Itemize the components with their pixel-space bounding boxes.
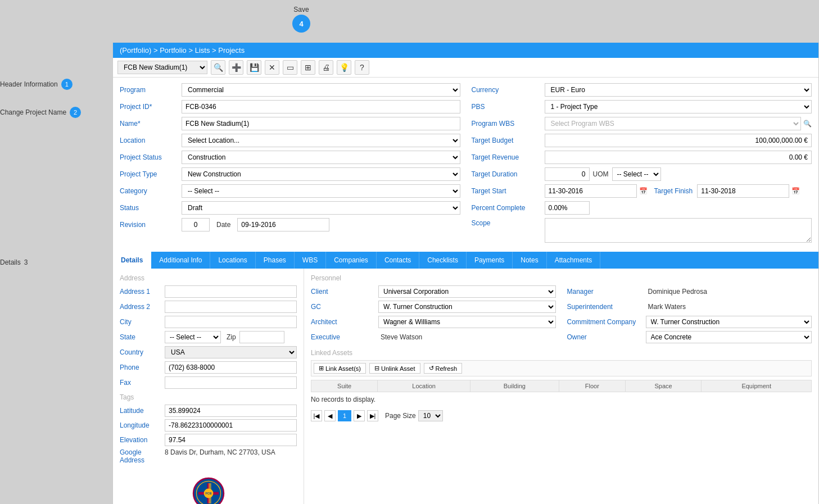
tab-checklists[interactable]: Checklists	[419, 252, 467, 269]
status-select[interactable]: Draft	[182, 201, 460, 215]
project-status-select[interactable]: Construction	[182, 151, 460, 164]
project-type-select[interactable]: New Construction	[182, 167, 460, 181]
refresh-button[interactable]: ↺ Refresh	[424, 363, 463, 374]
tab-notes[interactable]: Notes	[513, 252, 546, 269]
country-select[interactable]: USA	[165, 346, 297, 358]
city-label: City	[120, 318, 165, 326]
details-badge: 3	[24, 258, 28, 266]
header-info-label: Header Information	[0, 80, 58, 88]
state-label: State	[120, 333, 165, 341]
calendar-icon-start[interactable]: 📅	[639, 187, 648, 195]
tab-additional-info[interactable]: Additional Info	[151, 252, 210, 269]
personnel-section-title: Personnel	[311, 274, 812, 282]
longitude-input[interactable]	[165, 419, 297, 432]
tags-section-title: Tags	[120, 393, 297, 401]
tab-locations[interactable]: Locations	[210, 252, 255, 269]
tabs-bar: Details Additional Info Locations Phases…	[113, 252, 818, 269]
latitude-input[interactable]	[165, 405, 297, 417]
latitude-label: Latitude	[120, 407, 165, 415]
next-page-btn[interactable]: ▶	[354, 410, 365, 421]
link-asset-button[interactable]: ⊞ Link Asset(s)	[314, 363, 366, 374]
page-size-label: Page Size	[385, 412, 416, 420]
architect-select[interactable]: Wagner & Williams	[378, 316, 556, 328]
project-select[interactable]: FCB New Stadium(1)	[117, 61, 207, 74]
unlink-asset-button[interactable]: ⊟ Unlink Asset	[369, 363, 420, 374]
first-page-btn[interactable]: |◀	[311, 410, 322, 421]
category-label: Category	[120, 187, 182, 195]
status-label: Status	[120, 204, 182, 212]
revision-input[interactable]	[182, 218, 210, 231]
address1-input[interactable]	[165, 285, 297, 298]
state-select[interactable]: -- Select --	[165, 331, 221, 343]
target-start-input[interactable]	[545, 184, 637, 198]
phone-input[interactable]	[165, 361, 297, 374]
uom-select[interactable]: -- Select --	[612, 167, 661, 181]
target-duration-input[interactable]	[545, 167, 590, 181]
percent-complete-label: Percent Complete	[472, 204, 545, 212]
page-size-select[interactable]: 10	[418, 410, 443, 421]
tab-payments[interactable]: Payments	[467, 252, 513, 269]
city-input[interactable]	[165, 316, 297, 328]
target-revenue-input[interactable]	[545, 151, 812, 164]
pbs-label: PBS	[472, 103, 545, 111]
help-icon[interactable]: ?	[355, 60, 369, 75]
no-records-message: No records to display.	[311, 392, 812, 407]
owner-select[interactable]: Ace Concrete	[646, 331, 812, 343]
gc-select[interactable]: W. Turner Construction	[378, 301, 556, 313]
copy-icon[interactable]: ⊞	[301, 60, 315, 75]
commitment-select[interactable]: W. Turner Construction	[646, 316, 812, 328]
zip-input[interactable]	[239, 331, 284, 343]
date-input[interactable]	[237, 218, 329, 231]
scope-textarea[interactable]	[545, 218, 812, 243]
refresh-icon: ↺	[429, 365, 434, 372]
pbs-select[interactable]: 1 - Project Type	[545, 100, 812, 113]
program-select[interactable]: Commercial	[182, 83, 460, 97]
category-select[interactable]: -- Select --	[182, 184, 460, 198]
program-wbs-select[interactable]: Select Program WBS	[545, 117, 802, 130]
print-icon[interactable]: 🖨	[319, 60, 333, 75]
tab-companies[interactable]: Companies	[326, 252, 377, 269]
client-label: Client	[311, 288, 378, 296]
unlink-icon: ⊟	[374, 365, 379, 372]
location-select[interactable]: Select Location...	[182, 134, 460, 147]
prev-page-btn[interactable]: ◀	[324, 410, 336, 421]
program-wbs-search-icon[interactable]: 🔍	[803, 120, 812, 128]
fax-input[interactable]	[165, 376, 297, 389]
longitude-label: Longitude	[120, 421, 165, 429]
tab-contacts[interactable]: Contacts	[377, 252, 419, 269]
address2-input[interactable]	[165, 301, 297, 313]
target-finish-input[interactable]	[697, 184, 789, 198]
superintendent-label: Superintendent	[567, 303, 646, 311]
tab-details[interactable]: Details	[113, 252, 151, 269]
client-select[interactable]: Universal Corporation	[378, 285, 556, 298]
save-button[interactable]: 4	[292, 15, 310, 33]
lightbulb-icon[interactable]: 💡	[337, 60, 351, 75]
phone-label: Phone	[120, 364, 165, 371]
elevation-input[interactable]	[165, 434, 297, 446]
view-icon[interactable]: ▭	[283, 60, 297, 75]
zip-label: Zip	[227, 333, 236, 341]
search-icon[interactable]: 🔍	[211, 60, 225, 75]
project-type-label: Project Type	[120, 170, 182, 178]
add-icon[interactable]: ➕	[229, 60, 243, 75]
target-budget-input[interactable]	[545, 134, 812, 147]
tab-phases[interactable]: Phases	[256, 252, 295, 269]
tab-attachments[interactable]: Attachments	[547, 252, 601, 269]
target-duration-label: Target Duration	[472, 170, 545, 178]
calendar-icon-finish[interactable]: 📅	[791, 187, 800, 195]
project-id-input[interactable]	[182, 100, 460, 113]
change-project-label: Change Project Name	[0, 108, 66, 116]
col-building: Building	[470, 380, 559, 392]
cancel-icon[interactable]: ✕	[265, 60, 279, 75]
name-input[interactable]	[182, 117, 460, 130]
save-toolbar-icon[interactable]: 💾	[247, 60, 261, 75]
percent-complete-input[interactable]	[545, 201, 590, 215]
svg-text:FCB: FCB	[205, 492, 211, 495]
target-start-label: Target Start	[472, 187, 545, 195]
uom-label: UOM	[593, 170, 609, 178]
pagination: |◀ ◀ 1 ▶ ▶| Page Size 10	[311, 410, 812, 421]
last-page-btn[interactable]: ▶|	[367, 410, 378, 421]
manager-label: Manager	[567, 288, 646, 296]
currency-select[interactable]: EUR - Euro	[545, 83, 812, 97]
tab-wbs[interactable]: WBS	[295, 252, 326, 269]
